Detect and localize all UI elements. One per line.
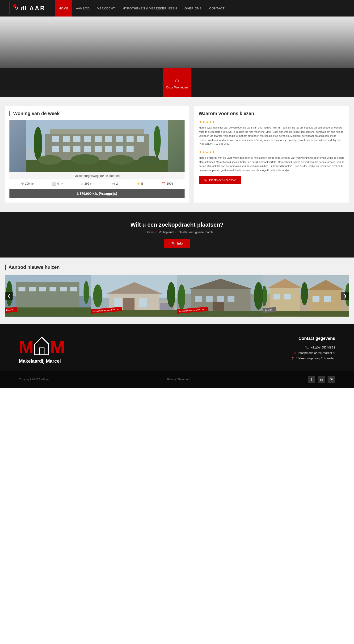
nav-item-aanbod[interactable]: AANBOD bbox=[72, 0, 94, 16]
footer-contact-title: Contact gegevens bbox=[184, 336, 335, 341]
svg-rect-4 bbox=[28, 26, 47, 40]
review-1: ★★★★★ Marcel was makelaar van de verkope… bbox=[199, 120, 344, 146]
property-img-1 bbox=[5, 275, 91, 317]
year-icon: 📅 bbox=[161, 182, 165, 186]
svg-rect-81 bbox=[206, 296, 213, 302]
nav-item-home[interactable]: HOME bbox=[55, 0, 72, 16]
rooms-icon: 🛏 bbox=[112, 182, 115, 186]
carousel-arrow-right[interactable]: ❯ bbox=[341, 292, 349, 300]
svg-rect-33 bbox=[137, 136, 144, 142]
carousel-item-4[interactable]: Te laat bbox=[263, 275, 349, 317]
svg-point-19 bbox=[293, 60, 299, 66]
svg-rect-103 bbox=[40, 348, 44, 355]
svg-rect-3 bbox=[5, 26, 24, 40]
svg-point-85 bbox=[178, 284, 185, 310]
woning-card: Woning van de week bbox=[5, 106, 189, 202]
main-content: Woning van de week bbox=[0, 97, 354, 212]
footer-m-logo: M M bbox=[19, 336, 65, 356]
nav-item-hypotheken[interactable]: HYPOTHEKEN & VERZEKERINGEN bbox=[119, 0, 181, 16]
stat-year: 📅 1996 bbox=[161, 182, 173, 186]
svg-rect-58 bbox=[60, 287, 67, 291]
carousel-item-2[interactable]: Verkocht onder voorbehoud bbox=[91, 275, 177, 317]
footer-logo-area: M M Makelaardij Marcel bbox=[19, 336, 170, 364]
svg-point-42 bbox=[34, 127, 42, 160]
carousel-wrapper: ❮ Nieuw bbox=[5, 275, 349, 317]
svg-rect-29 bbox=[95, 136, 102, 142]
svg-point-14 bbox=[142, 28, 151, 52]
svg-rect-7 bbox=[71, 31, 118, 68]
contact-address-item: 📍 Valkenburgerweg 2, Heerlen bbox=[184, 356, 335, 360]
svg-rect-10 bbox=[170, 40, 182, 56]
footer-contact: Contact gegevens 📞 +31(0)455740878 ✉ inf… bbox=[184, 336, 335, 364]
logo-area: v d LAAR bbox=[10, 2, 46, 14]
svg-point-12 bbox=[123, 31, 137, 59]
facebook-icon[interactable]: f bbox=[308, 376, 315, 383]
email-icon: ✉ bbox=[293, 351, 296, 355]
waarom-card: Waarom voor ons kiezen ★★★★★ Marcel was … bbox=[194, 106, 349, 202]
nav-item-over-ons[interactable]: OVER ONS bbox=[181, 0, 206, 16]
svg-rect-97 bbox=[324, 296, 331, 302]
svg-rect-56 bbox=[39, 287, 46, 291]
stat-energy: ⚡ B bbox=[136, 182, 143, 186]
info-button[interactable]: 🔍 Info bbox=[164, 239, 190, 248]
aanbod-section: Aanbod nieuwe huizen ❮ bbox=[0, 258, 354, 324]
nav-item-contact[interactable]: CONTACT bbox=[205, 0, 228, 16]
logo-red-bar bbox=[10, 2, 11, 14]
footer-house-icon bbox=[34, 336, 50, 356]
two-column-layout: Woning van de week bbox=[5, 106, 349, 202]
review-text-2: Marcel ontzorgt! Van de Laar woningen he… bbox=[199, 156, 344, 172]
svg-rect-1 bbox=[0, 21, 118, 68]
review-text-1: Marcel was makelaar van de verkopende pa… bbox=[199, 126, 344, 146]
hero-svg bbox=[0, 16, 354, 68]
recensie-icon: 🔖 bbox=[203, 178, 207, 182]
area-icon: ✛ bbox=[21, 182, 24, 186]
check-icon-3: ✓ bbox=[174, 230, 177, 234]
check-icon-2: ✓ bbox=[155, 230, 157, 234]
search-title: Wilt u een zoekopdracht plaatsen? bbox=[5, 222, 349, 228]
stat-rooms: 🛏 2 bbox=[112, 182, 118, 186]
svg-rect-55 bbox=[29, 287, 36, 291]
recensie-button[interactable]: 🔖 Plaats een recensie bbox=[199, 176, 241, 184]
contact-phone[interactable]: +31(0)455740878 bbox=[311, 346, 335, 349]
svg-rect-40 bbox=[116, 146, 123, 152]
svg-rect-5 bbox=[52, 26, 80, 50]
logo-m-right: M bbox=[50, 338, 65, 356]
contact-phone-item: 📞 +31(0)455740878 bbox=[184, 346, 335, 349]
svg-rect-28 bbox=[84, 136, 91, 142]
contact-email[interactable]: info@makelaardij-marcel.nl bbox=[298, 351, 335, 355]
contact-address: Valkenburgerweg 2, Heerlen bbox=[296, 356, 335, 360]
svg-rect-0 bbox=[0, 16, 354, 68]
svg-rect-8 bbox=[76, 35, 90, 54]
property-stats: ✛ 100 m² ⬜ 0 m² ⌂ 296 m³ 🛏 2 ⚡ B bbox=[10, 180, 185, 188]
property-address: Valkenburgenweg 104 te Heerlen bbox=[10, 172, 185, 180]
carousel: Nieuw bbox=[5, 275, 349, 317]
carousel-item-1[interactable]: Nieuw bbox=[5, 275, 91, 317]
svg-rect-30 bbox=[105, 136, 112, 142]
svg-rect-94 bbox=[273, 294, 280, 299]
mail-icon[interactable]: ✉ bbox=[327, 376, 335, 383]
carousel-arrow-left[interactable]: ❮ bbox=[5, 292, 13, 300]
svg-rect-96 bbox=[312, 296, 319, 302]
privacy-link[interactable]: Privacy Statement bbox=[167, 378, 190, 381]
copyright-text: Copyright ©2024 vdLaar bbox=[19, 378, 50, 381]
linkedin-icon[interactable]: in bbox=[318, 376, 325, 383]
stat-area: ✛ 100 m² bbox=[21, 182, 34, 186]
svg-marker-102 bbox=[35, 337, 49, 355]
svg-rect-6 bbox=[5, 45, 47, 54]
woningen-button[interactable]: ⌂ Onze Woningen bbox=[163, 68, 191, 97]
social-icons: f in ✉ bbox=[308, 376, 335, 383]
energy-icon: ⚡ bbox=[136, 182, 140, 186]
svg-point-48 bbox=[71, 154, 99, 164]
main-nav: HOME AANBOD VERKOCHT HYPOTHEKEN & VERZEK… bbox=[55, 0, 228, 16]
carousel-item-3[interactable]: Verkocht onder voorbehoud bbox=[177, 275, 263, 317]
svg-point-47 bbox=[38, 155, 62, 164]
svg-point-98 bbox=[301, 282, 308, 305]
svg-point-44 bbox=[154, 126, 161, 156]
svg-rect-95 bbox=[284, 294, 291, 299]
svg-rect-2 bbox=[0, 21, 116, 64]
svg-rect-27 bbox=[73, 136, 81, 142]
logo-text[interactable]: v d LAAR bbox=[15, 5, 46, 12]
nav-item-verkocht[interactable]: VERKOCHT bbox=[94, 0, 119, 16]
search-icon: 🔍 bbox=[171, 242, 175, 245]
footer-bottom: Copyright ©2024 vdLaar Privacy Statement… bbox=[0, 371, 354, 388]
